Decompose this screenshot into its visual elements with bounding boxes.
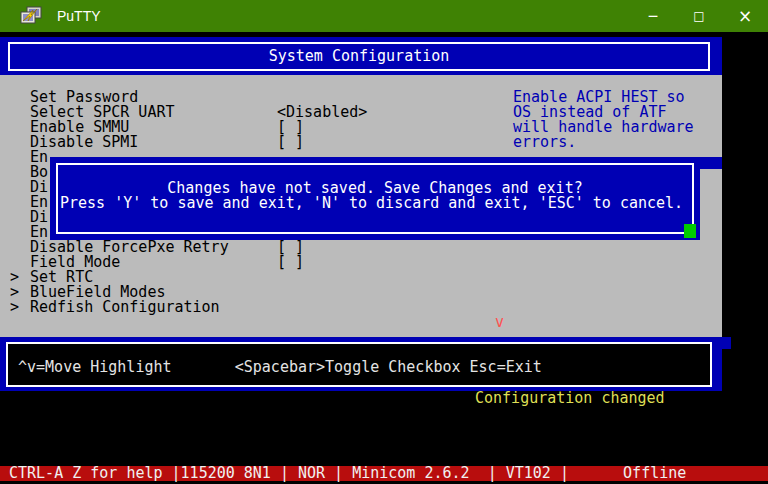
minicom-status-text: CTRL-A Z for help |115200 8N1 | NOR | Mi…: [9, 464, 686, 482]
status-message: Configuration changed: [475, 391, 665, 406]
menu-item-label: Redfish Configuration: [30, 300, 220, 315]
dialog-edge-artifact: [700, 157, 722, 169]
efi-header-bar: System Configuration: [0, 37, 722, 75]
menu-item-field-mode[interactable]: Field Mode[ ]: [0, 255, 722, 270]
terminal-cursor: [684, 224, 696, 238]
window-title: PuTTY: [57, 9, 101, 24]
minicom-status-bar: CTRL-A Z for help |115200 8N1 | NOR | Mi…: [0, 466, 768, 481]
putty-icon: [20, 6, 42, 26]
window-controls: ─ □ ×: [630, 0, 768, 32]
help-text-line: errors.: [513, 135, 576, 150]
putty-window: PuTTY ─ □ × System Configuration Set Pas…: [0, 0, 768, 484]
footer-edge-artifact: [722, 337, 731, 349]
maximize-button[interactable]: □: [676, 0, 722, 32]
save-changes-dialog: Changes have not saved. Save Changes and…: [50, 157, 700, 240]
minimize-button[interactable]: ─: [630, 0, 676, 32]
key-hints-text: ^v=Move Highlight <Spacebar>Toggle Check…: [18, 360, 542, 375]
checkbox-value[interactable]: [ ]: [277, 135, 304, 150]
checkbox-value[interactable]: [ ]: [277, 255, 304, 270]
submenu-arrow: >: [10, 300, 19, 315]
key-hints-bar: ^v=Move Highlight <Spacebar>Toggle Check…: [0, 337, 722, 391]
page-title: System Configuration: [269, 49, 450, 64]
dialog-message-line2: Press 'Y' to save and exit, 'N' to disca…: [60, 196, 683, 211]
efi-header-border: System Configuration: [8, 42, 710, 71]
menu-item-redfish-configuration[interactable]: >Redfish Configuration: [0, 300, 722, 315]
window-titlebar[interactable]: PuTTY ─ □ ×: [0, 0, 768, 32]
scroll-down-indicator: v: [495, 315, 504, 330]
close-button[interactable]: ×: [722, 0, 768, 32]
menu-item-disable-spmi[interactable]: Disable SPMI[ ]: [0, 135, 722, 150]
